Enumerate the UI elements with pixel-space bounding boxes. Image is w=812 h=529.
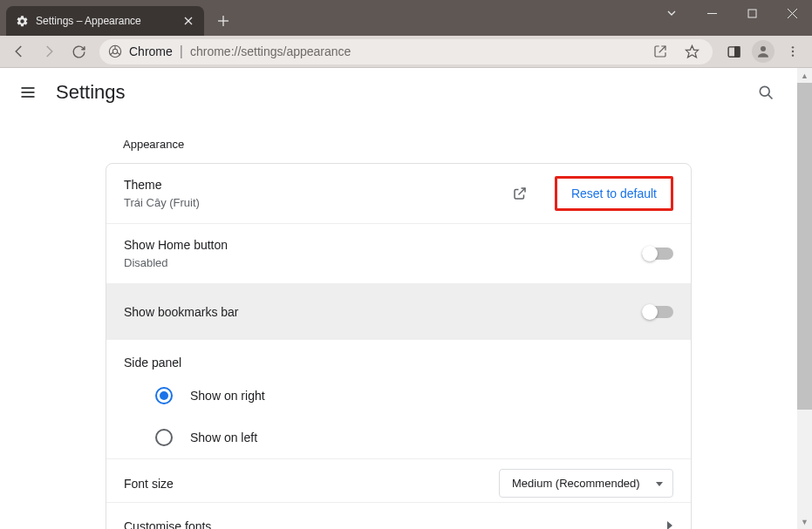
show-home-label: Show Home button [124,236,642,254]
chrome-icon [108,44,122,58]
sidepanel-icon[interactable] [720,38,747,64]
bookmark-icon[interactable] [679,39,704,64]
scroll-down-icon[interactable]: ▼ [797,514,812,529]
section-title: Appearance [106,117,692,163]
svg-point-9 [113,49,117,53]
minimize-button[interactable] [692,0,732,26]
show-home-toggle[interactable] [642,248,673,260]
close-tab-icon[interactable] [181,14,195,28]
profile-avatar[interactable] [749,38,777,64]
vertical-scrollbar[interactable]: ▲ ▼ [797,68,812,529]
svg-marker-23 [656,482,663,486]
share-icon[interactable] [648,39,672,64]
reset-to-default-button[interactable]: Reset to default [555,176,673,211]
search-button[interactable] [752,78,780,106]
open-external-icon[interactable] [511,185,529,202]
radio-icon [155,387,173,404]
close-window-button[interactable] [772,0,812,26]
font-size-label: Font size [124,475,499,492]
address-bar[interactable]: Chrome | chrome://settings/appearance [99,39,713,64]
svg-point-16 [792,51,794,52]
omnibox-host: Chrome [129,44,173,58]
tab-title: Settings – Appearance [36,15,174,27]
maximize-button[interactable] [732,0,772,26]
customise-fonts-row[interactable]: Customise fonts [106,503,691,529]
sidepanel-left-option[interactable]: Show on left [106,417,691,458]
svg-marker-10 [686,45,698,57]
show-home-value: Disabled [124,255,642,271]
sidepanel-right-label: Show on right [190,389,265,403]
scroll-up-icon[interactable]: ▲ [797,68,812,83]
show-home-row[interactable]: Show Home button Disabled [106,224,691,284]
svg-point-15 [792,46,794,48]
scrollbar-thumb[interactable] [797,83,812,410]
show-bookmarks-row[interactable]: Show bookmarks bar [106,284,691,340]
customise-fonts-label: Customise fonts [124,519,666,529]
svg-rect-5 [748,10,756,17]
font-size-value: Medium (Recommended) [512,477,643,490]
theme-row[interactable]: Theme Trái Cây (Fruit) Reset to default [106,164,691,224]
theme-value: Trái Cây (Fruit) [124,195,511,211]
radio-icon [155,429,173,446]
chevron-right-icon [666,519,673,529]
svg-point-17 [792,54,794,56]
theme-label: Theme [124,176,511,193]
reload-button[interactable] [65,38,92,64]
font-size-select[interactable]: Medium (Recommended) [499,469,673,498]
svg-point-21 [760,86,769,96]
browser-tab[interactable]: Settings – Appearance [6,6,204,36]
gear-icon [15,14,29,28]
show-bookmarks-label: Show bookmarks bar [124,303,642,321]
sidepanel-left-label: Show on left [190,431,257,444]
font-size-row: Font size Medium (Recommended) [106,459,691,503]
omnibox-path: chrome://settings/appearance [190,44,351,58]
new-tab-button[interactable] [211,9,235,33]
svg-line-22 [768,95,773,99]
hamburger-menu-button[interactable] [17,82,38,103]
svg-point-14 [761,46,766,51]
svg-marker-24 [667,521,672,529]
sidepanel-label: Side panel [106,340,691,375]
forward-button [35,38,63,64]
chevron-down-icon[interactable] [652,0,692,26]
sidepanel-right-option[interactable]: Show on right [106,375,691,417]
page-title: Settings [56,81,734,104]
kebab-menu-icon[interactable] [779,38,807,64]
show-bookmarks-toggle[interactable] [642,306,673,318]
back-button[interactable] [5,38,33,64]
svg-rect-13 [734,46,739,56]
